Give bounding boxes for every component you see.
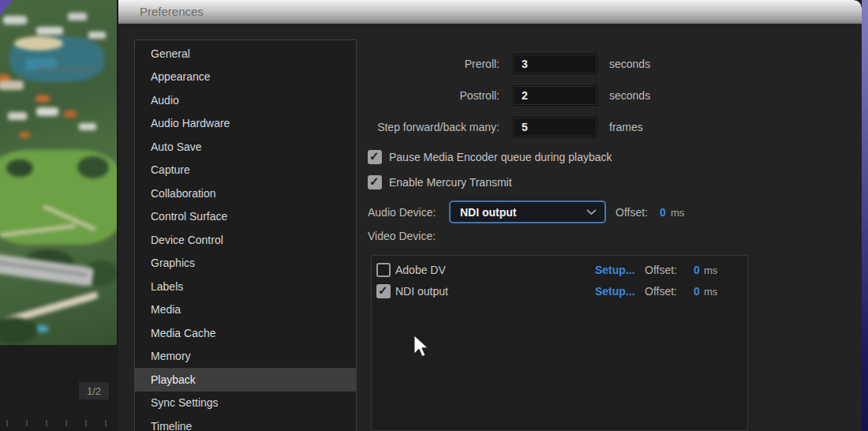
- preferences-dialog: Preferences General Appearance Audio Aud…: [118, 0, 862, 431]
- pause-media-encoder-label: Pause Media Encoder queue during playbac…: [389, 151, 612, 163]
- sidebar-item-media-cache[interactable]: Media Cache: [135, 321, 356, 345]
- sidebar-item-capture[interactable]: Capture: [135, 159, 356, 182]
- dialog-titlebar[interactable]: Preferences: [118, 0, 862, 24]
- enable-mercury-transmit-row: Enable Mercury Transmit: [368, 174, 512, 189]
- background-right-strip: [862, 0, 868, 431]
- pause-media-encoder-checkbox[interactable]: [368, 150, 382, 164]
- audio-offset-unit: ms: [671, 207, 684, 219]
- sidebar-item-media[interactable]: Media: [135, 298, 356, 322]
- sidebar-item-graphics[interactable]: Graphics: [135, 252, 356, 275]
- adobe-dv-offset-value[interactable]: 0: [694, 264, 700, 276]
- adobe-dv-offset-label: Offset:: [645, 264, 677, 276]
- sidebar-item-timeline[interactable]: Timeline: [135, 414, 356, 431]
- postroll-unit: seconds: [609, 85, 650, 106]
- step-forward-back-label: Step forward/back many:: [249, 117, 499, 137]
- corner-accent: [0, 0, 13, 16]
- timeline-ruler-ticks: [6, 420, 117, 426]
- ndi-output-name: NDI output: [395, 285, 448, 298]
- page-indicator: 1/2: [79, 382, 109, 399]
- ndi-output-checkbox[interactable]: [376, 284, 391, 298]
- chevron-down-icon: [586, 208, 597, 216]
- pause-media-encoder-row: Pause Media Encoder queue during playbac…: [368, 149, 612, 164]
- audio-device-value: NDI output: [460, 206, 586, 219]
- background-panel: 1/2: [0, 345, 118, 431]
- sidebar-item-auto-save[interactable]: Auto Save: [135, 135, 356, 159]
- preroll-label: Preroll:: [249, 54, 499, 74]
- preroll-input[interactable]: [513, 54, 597, 74]
- ndi-output-offset-unit: ms: [704, 286, 717, 298]
- sidebar-item-control-surface[interactable]: Control Surface: [135, 205, 356, 229]
- audio-offset-value[interactable]: 0: [660, 206, 666, 219]
- aerial-photo: [0, 0, 117, 345]
- screen: 1/2 Preferences General Appearance Audio…: [0, 0, 868, 431]
- adobe-dv-setup-link[interactable]: Setup...: [595, 264, 635, 276]
- step-forward-back-input[interactable]: [513, 117, 597, 137]
- step-forward-back-unit: frames: [609, 117, 643, 137]
- adobe-dv-offset-unit: ms: [704, 264, 717, 276]
- video-device-row-adobe-dv: Adobe DV Setup... Offset: 0 ms: [372, 263, 747, 279]
- preroll-unit: seconds: [609, 54, 650, 74]
- ndi-output-setup-link[interactable]: Setup...: [595, 285, 635, 298]
- enable-mercury-transmit-label: Enable Mercury Transmit: [389, 176, 512, 189]
- sidebar-item-sync-settings[interactable]: Sync Settings: [135, 392, 356, 415]
- audio-device-dropdown[interactable]: NDI output: [449, 201, 606, 223]
- enable-mercury-transmit-checkbox[interactable]: [368, 175, 382, 189]
- ndi-output-offset-label: Offset:: [645, 285, 677, 298]
- sidebar-item-device-control[interactable]: Device Control: [135, 228, 356, 252]
- mouse-cursor: [412, 335, 429, 360]
- sidebar-item-memory[interactable]: Memory: [135, 345, 356, 369]
- sidebar-item-labels[interactable]: Labels: [135, 275, 356, 298]
- dialog-title: Preferences: [118, 0, 862, 18]
- postroll-input[interactable]: [513, 85, 597, 106]
- postroll-label: Postroll:: [249, 85, 499, 106]
- adobe-dv-name: Adobe DV: [395, 264, 446, 276]
- sidebar-item-collaboration[interactable]: Collaboration: [135, 182, 356, 205]
- sidebar-item-playback[interactable]: Playback: [135, 368, 356, 392]
- adobe-dv-checkbox[interactable]: [376, 263, 391, 277]
- video-device-row-ndi-output: NDI output Setup... Offset: 0 ms: [372, 284, 747, 300]
- audio-offset-label: Offset:: [615, 206, 648, 219]
- audio-device-label: Audio Device:: [368, 206, 436, 219]
- ndi-output-offset-value[interactable]: 0: [694, 285, 700, 298]
- video-device-label: Video Device:: [368, 230, 436, 242]
- background-video-preview: [0, 0, 117, 345]
